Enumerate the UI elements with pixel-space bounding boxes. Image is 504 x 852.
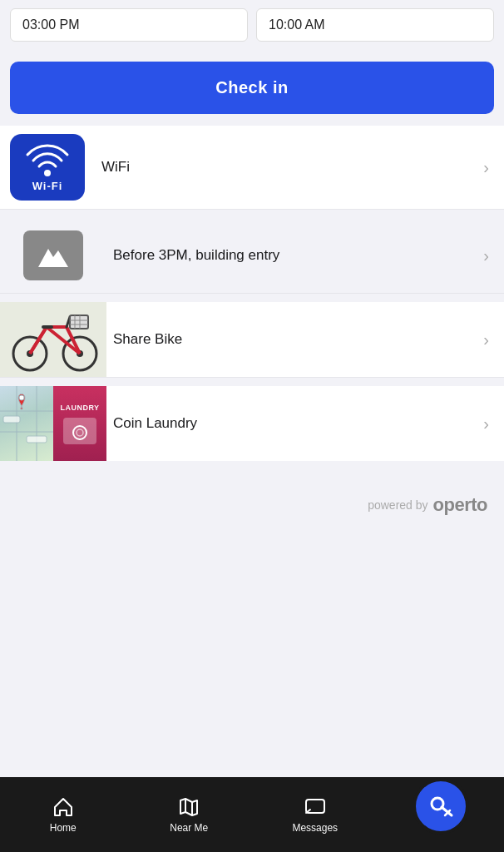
coin-laundry-menu-item[interactable]: LAUNDRY Coin Laundry › <box>0 386 504 461</box>
svg-rect-18 <box>3 416 20 423</box>
nav-messages-label: Messages <box>292 822 338 834</box>
separator-1 <box>0 210 504 218</box>
checkin-time: 10:00 AM <box>256 8 494 42</box>
nav-key[interactable] <box>378 786 505 835</box>
building-entry-chevron: › <box>483 246 504 265</box>
nav-home-label: Home <box>50 822 77 834</box>
bottom-nav: Home Near Me Messages <box>0 777 504 852</box>
operto-brand: operto <box>433 494 487 516</box>
wifi-chevron: › <box>483 158 504 177</box>
share-bike-label: Share Bike <box>106 331 483 348</box>
key-circle <box>413 778 469 835</box>
nav-messages[interactable]: Messages <box>252 787 378 834</box>
main-content: 03:00 PM 10:00 AM Check in Wi-Fi <box>0 0 504 607</box>
share-bike-chevron: › <box>483 330 504 349</box>
wifi-menu-item[interactable]: Wi-Fi Wi-Fi WiFi › <box>0 126 504 210</box>
svg-rect-19 <box>27 436 47 443</box>
coin-laundry-chevron: › <box>483 414 504 433</box>
nav-near-me[interactable]: Near Me <box>126 787 253 834</box>
mountain-icon <box>37 242 70 269</box>
coin-laundry-label: Coin Laundry <box>106 415 483 432</box>
coin-laundry-icon-wrap: LAUNDRY <box>0 386 106 461</box>
time-row: 03:00 PM 10:00 AM <box>0 0 504 50</box>
svg-point-2 <box>44 170 51 176</box>
nav-home[interactable]: Home <box>0 787 126 834</box>
nav-near-me-label: Near Me <box>170 822 208 834</box>
shop-half: LAUNDRY <box>53 386 106 461</box>
key-icon <box>427 792 455 820</box>
powered-by-text: powered by <box>368 498 427 512</box>
checkin-section: Check in <box>0 50 504 126</box>
menu-list: Wi-Fi Wi-Fi WiFi › <box>0 126 504 461</box>
checkout-time: 03:00 PM <box>10 8 248 42</box>
separator-2 <box>0 294 504 302</box>
building-entry-icon-wrap <box>0 218 106 293</box>
wifi-label: WiFi <box>95 159 483 176</box>
bike-icon <box>0 302 106 377</box>
svg-point-17 <box>19 395 24 400</box>
svg-point-20 <box>73 426 86 439</box>
home-icon <box>52 795 75 819</box>
wifi-symbol <box>25 143 70 178</box>
powered-section: powered by operto <box>0 461 504 532</box>
share-bike-icon-wrap <box>0 302 106 377</box>
checkin-button[interactable]: Check in <box>10 62 494 114</box>
building-entry-menu-item[interactable]: Before 3PM, building entry › <box>0 218 504 294</box>
svg-rect-8 <box>70 315 88 329</box>
map-half <box>0 386 53 461</box>
map-icon <box>177 795 200 819</box>
building-entry-label: Before 3PM, building entry <box>106 247 483 264</box>
separator-3 <box>0 378 504 386</box>
svg-point-21 <box>77 429 83 436</box>
share-bike-menu-item[interactable]: Share Bike › <box>0 302 504 378</box>
message-icon <box>304 795 327 819</box>
